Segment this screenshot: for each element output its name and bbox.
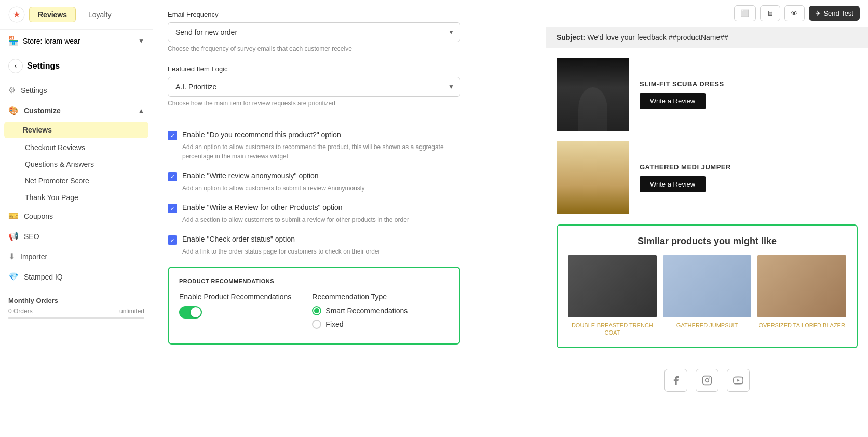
youtube-icon[interactable] <box>727 369 750 392</box>
sidebar-item-settings[interactable]: ⚙ Settings <box>0 80 153 100</box>
checkbox-order-status-label: Enable "Check order status" option <box>182 235 295 243</box>
radio-fixed-label: Fixed <box>326 320 343 328</box>
checkbox-anonymous-label: Enable "Write review anonymously" option <box>182 171 319 180</box>
radio-fixed-outer <box>312 320 321 329</box>
sidebar-item-importer[interactable]: ⬇ Importer <box>0 246 153 267</box>
orders-limit: unlimited <box>119 308 144 315</box>
product-recommendations-enable-label: Enable Product Recommendations <box>179 293 291 301</box>
checkbox-other-products-input[interactable]: ✓ <box>168 204 177 213</box>
checkbox-anonymous-hint: Add an option to allow customers to subm… <box>182 183 460 193</box>
featured-item-logic-hint: Choose how the main item for review requ… <box>168 100 460 107</box>
similar-product-image-2 <box>757 255 846 317</box>
stamped-iq-icon: 💎 <box>8 272 19 282</box>
back-button[interactable]: ‹ <box>8 59 23 73</box>
sidebar-item-label: Customize <box>24 107 133 115</box>
checkbox-anonymous-input[interactable]: ✓ <box>168 172 177 181</box>
coupons-icon: 🎫 <box>8 211 19 221</box>
desktop-view-button[interactable]: 🖥 <box>760 5 780 21</box>
similar-product-2: OVERSIZED TAILORED BLAZER <box>757 255 846 337</box>
featured-item-logic-label: Featured Item Logic <box>168 65 460 73</box>
sidebar-item-net-promoter-score[interactable]: Net Promoter Score <box>0 173 153 189</box>
radio-smart-inner <box>314 308 319 313</box>
sidebar-item-label: Importer <box>20 253 144 261</box>
sidebar-item-checkout-reviews[interactable]: Checkout Reviews <box>0 139 153 156</box>
product-recommendations-content: Enable Product Recommendations Recommend… <box>179 293 449 333</box>
orders-progress-bar <box>8 317 144 319</box>
radio-fixed[interactable]: Fixed <box>312 320 408 329</box>
radio-smart-recommendations[interactable]: Smart Recommendations <box>312 306 408 315</box>
product-recommendations-section: PRODUCT RECOMMENDATIONS Enable Product R… <box>168 267 460 345</box>
write-review-button-0[interactable]: Write a Review <box>640 93 706 109</box>
seo-icon: 📢 <box>8 231 19 241</box>
checkbox-order-status-hint: Add a link to the order status page for … <box>182 247 460 256</box>
tablet-view-button[interactable]: ⬜ <box>734 5 756 21</box>
monthly-orders-label: Monthly Orders <box>8 297 144 304</box>
sidebar-item-stamped-iq[interactable]: 💎 Stamped IQ <box>0 267 153 287</box>
email-frequency-label: Email Frequency <box>168 10 460 18</box>
product-recommendations-toggle[interactable] <box>179 306 202 319</box>
product-name-1: GATHERED MEDI JUMPER <box>640 163 858 171</box>
sidebar-item-seo[interactable]: 📢 SEO <box>0 226 153 246</box>
customize-icon: 🎨 <box>8 105 19 115</box>
settings-title: Settings <box>27 61 60 71</box>
svg-point-4 <box>709 377 710 378</box>
instagram-icon[interactable] <box>696 369 718 392</box>
email-frequency-group: Email Frequency Send for new order Send … <box>168 10 460 52</box>
similar-products-list: DOUBLE-BREASTED TRENCH COAT GATHERED JUM… <box>568 255 846 337</box>
checkbox-other-products-label: Enable "Write a Review for other Product… <box>182 203 343 211</box>
customize-sub-nav: Reviews Checkout Reviews Questions & Ans… <box>0 121 153 206</box>
radio-smart-label: Smart Recommendations <box>326 307 408 315</box>
preview-panel: ⬜ 🖥 👁 ✈ Send Test Subject: We'd love you… <box>546 0 868 437</box>
app-logo: ★ <box>8 6 25 23</box>
checkbox-recommend-input[interactable]: ✓ <box>168 131 177 140</box>
product-card-1: GATHERED MEDI JUMPER Write a Review <box>557 141 858 214</box>
send-test-button[interactable]: ✈ Send Test <box>809 6 860 21</box>
write-review-button-1[interactable]: Write a Review <box>640 176 706 192</box>
tab-loyalty[interactable]: Loyalty <box>80 7 119 22</box>
importer-icon: ⬇ <box>8 251 15 261</box>
featured-item-logic-select[interactable]: A.I. Prioritize Most Expensive Latest <box>168 77 460 97</box>
send-test-label: Send Test <box>823 9 853 17</box>
product-info-1: GATHERED MEDI JUMPER Write a Review <box>640 163 858 192</box>
settings-icon: ⚙ <box>8 85 16 95</box>
email-subject-prefix: Subject: <box>557 33 585 42</box>
similar-product-name-2: OVERSIZED TAILORED BLAZER <box>757 322 846 329</box>
tablet-icon: ⬜ <box>741 9 749 17</box>
preview-eye-button[interactable]: 👁 <box>784 5 805 21</box>
sidebar-item-coupons[interactable]: 🎫 Coupons <box>0 206 153 226</box>
similar-product-name-1: GATHERED JUMPSUIT <box>663 322 752 329</box>
sidebar-item-customize[interactable]: 🎨 Customize ▲ <box>0 100 153 121</box>
product-recommendations-title: PRODUCT RECOMMENDATIONS <box>179 278 449 284</box>
recommendation-type-area: Recommendation Type Smart Recommendation… <box>312 293 408 333</box>
email-body: SLIM-FIT SCUBA DRESS Write a Review GATH… <box>546 48 868 413</box>
sidebar: ★ Reviews Loyalty 🏪 Store: loram wear ▼ … <box>0 0 153 437</box>
checkbox-order-status-input[interactable]: ✓ <box>168 235 177 245</box>
svg-point-3 <box>706 378 709 382</box>
similar-product-image-0 <box>568 255 657 317</box>
featured-item-logic-select-wrapper: A.I. Prioritize Most Expensive Latest ▼ <box>168 77 460 97</box>
similar-product-image-1 <box>663 255 752 317</box>
monthly-orders-section: Monthly Orders 0 Orders unlimited <box>0 292 153 324</box>
store-selector[interactable]: 🏪 Store: loram wear ▼ <box>0 30 153 52</box>
email-frequency-select[interactable]: Send for new order Send for every order <box>168 22 460 42</box>
sidebar-item-label: Coupons <box>24 212 144 220</box>
settings-nav-row: ‹ Settings <box>0 52 153 80</box>
store-icon: 🏪 <box>8 36 19 46</box>
sidebar-item-thank-you-page[interactable]: Thank You Page <box>0 189 153 206</box>
email-frequency-select-wrapper: Send for new order Send for every order … <box>168 22 460 42</box>
similar-product-0: DOUBLE-BREASTED TRENCH COAT <box>568 255 657 337</box>
svg-rect-2 <box>703 376 712 385</box>
product-name-0: SLIM-FIT SCUBA DRESS <box>640 80 858 88</box>
sidebar-item-questions-answers[interactable]: Questions & Answers <box>0 156 153 173</box>
email-subject-bar: Subject: We'd love your feedback ##produ… <box>546 27 868 48</box>
facebook-icon[interactable] <box>664 369 687 392</box>
radio-smart-outer <box>312 306 321 315</box>
sidebar-header: ★ Reviews Loyalty <box>0 0 153 30</box>
send-icon: ✈ <box>815 9 821 17</box>
tab-reviews[interactable]: Reviews <box>29 7 76 22</box>
chevron-up-icon: ▲ <box>138 107 144 114</box>
store-name: Store: loram wear <box>23 37 134 45</box>
orders-current: 0 Orders <box>8 308 33 315</box>
sidebar-item-reviews[interactable]: Reviews <box>4 122 148 138</box>
sidebar-item-label: SEO <box>24 232 144 241</box>
